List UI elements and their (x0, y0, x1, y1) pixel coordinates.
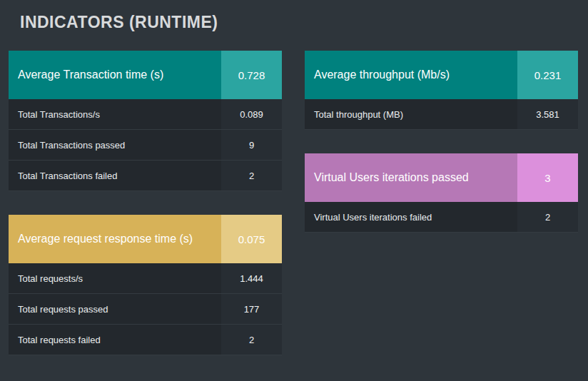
card-header: Average throughput (Mb/s) 0.231 (305, 51, 578, 99)
table-row: Total Transactions/s 0.089 (9, 99, 282, 130)
row-value: 2 (221, 325, 282, 355)
row-value: 9 (221, 130, 282, 160)
metric-title: Average throughput (Mb/s) (305, 51, 517, 99)
table-row: Total Transactions passed 9 (9, 130, 282, 161)
metric-value: 0.231 (517, 51, 578, 99)
card-virtual-users-iterations: Virtual Users iterations passed 3 Virtua… (305, 153, 578, 233)
table-row: Total requests/s 1.444 (9, 263, 282, 294)
row-value: 1.444 (221, 263, 282, 293)
row-label: Total requests failed (9, 325, 221, 355)
table-row: Total requests failed 2 (9, 325, 282, 355)
card-header: Average request response time (s) 0.075 (9, 215, 282, 263)
metric-title: Virtual Users iterations passed (305, 153, 517, 202)
metric-title: Average request response time (s) (9, 215, 221, 263)
row-label: Total Transactions passed (9, 130, 221, 160)
table-row: Total requests passed 177 (9, 294, 282, 325)
row-label: Total requests/s (9, 263, 221, 293)
card-average-request-response-time: Average request response time (s) 0.075 … (9, 215, 282, 355)
table-row: Virtual Users iterations failed 2 (305, 202, 578, 233)
metric-title: Average Transaction time (s) (9, 51, 221, 99)
table-row: Total throughput (MB) 3.581 (305, 99, 578, 130)
row-label: Virtual Users iterations failed (305, 202, 517, 232)
row-value: 177 (221, 294, 282, 324)
row-value: 2 (517, 202, 578, 232)
card-average-throughput: Average throughput (Mb/s) 0.231 Total th… (305, 51, 578, 130)
row-label: Total throughput (MB) (305, 99, 517, 129)
metric-value: 3 (517, 153, 578, 202)
row-label: Total requests passed (9, 294, 221, 324)
card-header: Average Transaction time (s) 0.728 (9, 51, 282, 99)
metric-value: 0.728 (221, 51, 282, 99)
row-value: 3.581 (517, 99, 578, 129)
right-column: Average throughput (Mb/s) 0.231 Total th… (305, 51, 578, 379)
metric-value: 0.075 (221, 215, 282, 263)
card-average-transaction-time: Average Transaction time (s) 0.728 Total… (9, 51, 282, 191)
left-column: Average Transaction time (s) 0.728 Total… (9, 51, 282, 379)
cards-grid: Average Transaction time (s) 0.728 Total… (9, 51, 579, 379)
table-row: Total Transactions failed 2 (9, 161, 282, 191)
row-label: Total Transactions failed (9, 161, 221, 190)
indicators-runtime-page: INDICATORS (RUNTIME) Average Transaction… (0, 0, 588, 379)
card-header: Virtual Users iterations passed 3 (305, 153, 578, 202)
page-title: INDICATORS (RUNTIME) (20, 13, 579, 32)
row-value: 0.089 (221, 99, 282, 129)
row-value: 2 (221, 161, 282, 190)
row-label: Total Transactions/s (9, 99, 221, 129)
